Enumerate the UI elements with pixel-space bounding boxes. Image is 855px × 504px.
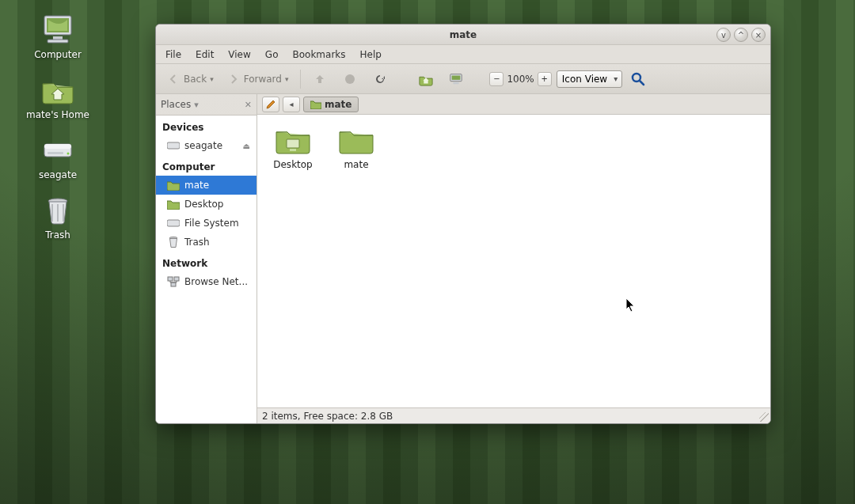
side-panel-close[interactable]: ✕: [245, 100, 252, 110]
home-icon: [419, 72, 433, 86]
window-title: mate: [156, 29, 770, 40]
reload-button[interactable]: [367, 68, 393, 90]
place-trash[interactable]: Trash: [156, 233, 256, 252]
desktop-icon-label: mate's Home: [26, 109, 89, 120]
side-panel-header: Places ▾ ✕: [156, 94, 256, 115]
place-filesystem[interactable]: File System: [156, 214, 256, 233]
status-text: 2 items, Free space: 2.8 GB: [262, 411, 393, 422]
icon-view[interactable]: Desktop mate: [257, 115, 770, 407]
view-mode-value: Icon View: [562, 74, 607, 85]
menubar: File Edit View Go Bookmarks Help: [156, 45, 770, 64]
desktop-icon-computer[interactable]: Computer: [14, 14, 101, 60]
resize-grip[interactable]: [759, 412, 769, 422]
home-folder-icon: [40, 74, 76, 106]
edit-path-button[interactable]: [262, 97, 279, 112]
reload-icon: [373, 72, 387, 86]
desktop-icon-label: seagate: [39, 169, 77, 180]
place-label: Browse Net...: [184, 276, 248, 287]
file-desktop[interactable]: Desktop: [268, 126, 317, 170]
breadcrumb-label: mate: [325, 99, 352, 110]
side-panel-dropdown[interactable]: ▾: [194, 100, 199, 110]
place-label: File System: [184, 218, 239, 229]
svg-rect-18: [174, 277, 179, 281]
svg-rect-19: [171, 282, 176, 286]
desktop-icon-drive[interactable]: seagate: [14, 135, 101, 180]
desktop-icon-home[interactable]: mate's Home: [14, 74, 101, 120]
menu-edit[interactable]: Edit: [189, 47, 220, 62]
places-heading-devices: Devices: [156, 116, 256, 136]
zoom-control: − 100% +: [489, 72, 551, 86]
statusbar: 2 items, Free space: 2.8 GB: [257, 407, 770, 423]
view-mode-select[interactable]: Icon View: [557, 70, 622, 88]
up-button[interactable]: [307, 68, 332, 90]
computer-icon: [40, 14, 76, 46]
menu-help[interactable]: Help: [354, 47, 388, 62]
separator: [300, 70, 301, 89]
file-label: Desktop: [273, 159, 313, 170]
svg-point-6: [67, 153, 70, 155]
zoom-out-button[interactable]: −: [489, 72, 504, 86]
maximize-button[interactable]: ^: [734, 28, 748, 42]
close-button[interactable]: ×: [751, 28, 766, 42]
back-label: Back: [184, 74, 207, 85]
place-home[interactable]: mate: [156, 176, 256, 195]
breadcrumb-home[interactable]: mate: [303, 97, 359, 112]
svg-rect-15: [167, 220, 180, 226]
svg-rect-3: [48, 40, 68, 43]
forward-button[interactable]: Forward ▾: [221, 68, 294, 90]
folder-icon: [337, 126, 375, 156]
minimize-button[interactable]: v: [716, 28, 731, 42]
trash-icon: [167, 236, 180, 248]
svg-rect-14: [167, 142, 180, 149]
desktop-folder-icon: [167, 198, 180, 210]
places-heading-computer: Computer: [156, 155, 256, 176]
drive-icon: [167, 139, 180, 152]
side-panel: Places ▾ ✕ Devices seagate ⏏ Computer: [156, 94, 257, 423]
desktop-icons: Computer mate's Home seagate: [14, 14, 101, 255]
file-manager-window: mate v ^ × File Edit View Go Bookmarks H…: [155, 24, 771, 424]
eject-icon[interactable]: ⏏: [243, 142, 250, 150]
computer-button[interactable]: [443, 68, 469, 90]
zoom-in-button[interactable]: +: [538, 72, 552, 86]
svg-rect-11: [452, 75, 461, 79]
menu-view[interactable]: View: [222, 47, 256, 62]
triangle-left-icon: ◂: [289, 100, 293, 108]
search-icon: [630, 71, 646, 87]
places-list: Devices seagate ⏏ Computer mate: [156, 115, 256, 423]
toolbar: Back ▾ Forward ▾: [156, 64, 770, 94]
place-seagate[interactable]: seagate ⏏: [156, 136, 256, 155]
svg-rect-5: [44, 144, 71, 149]
svg-rect-2: [53, 36, 63, 40]
svg-point-9: [345, 74, 355, 84]
place-label: Desktop: [184, 199, 224, 210]
desktop-icon-trash[interactable]: Trash: [14, 195, 101, 241]
back-button[interactable]: Back ▾: [161, 68, 219, 90]
svg-rect-21: [290, 149, 296, 151]
home-button[interactable]: [413, 68, 439, 90]
stop-button[interactable]: [337, 68, 363, 90]
places-heading-network: Network: [156, 252, 256, 272]
menu-bookmarks[interactable]: Bookmarks: [286, 47, 352, 62]
place-browse-network[interactable]: Browse Net...: [156, 272, 256, 291]
svg-rect-7: [48, 152, 63, 154]
place-label: Trash: [184, 237, 210, 248]
menu-file[interactable]: File: [159, 47, 188, 62]
file-label: mate: [344, 159, 368, 170]
main-pane: ◂ mate: [257, 94, 770, 423]
svg-rect-20: [287, 139, 299, 148]
stop-icon: [343, 72, 357, 86]
place-label: seagate: [184, 140, 222, 151]
search-button[interactable]: [627, 68, 649, 90]
svg-rect-17: [168, 277, 173, 281]
titlebar[interactable]: mate v ^ ×: [156, 25, 770, 45]
place-desktop[interactable]: Desktop: [156, 195, 256, 214]
chevron-left-icon: [166, 72, 180, 86]
computer-icon: [449, 72, 463, 86]
menu-go[interactable]: Go: [259, 47, 285, 62]
pencil-icon: [265, 99, 276, 110]
path-history-button[interactable]: ◂: [283, 97, 300, 112]
side-panel-title: Places: [161, 99, 191, 110]
file-mate[interactable]: mate: [332, 126, 381, 170]
drive-icon: [167, 217, 180, 229]
place-label: mate: [184, 180, 209, 191]
